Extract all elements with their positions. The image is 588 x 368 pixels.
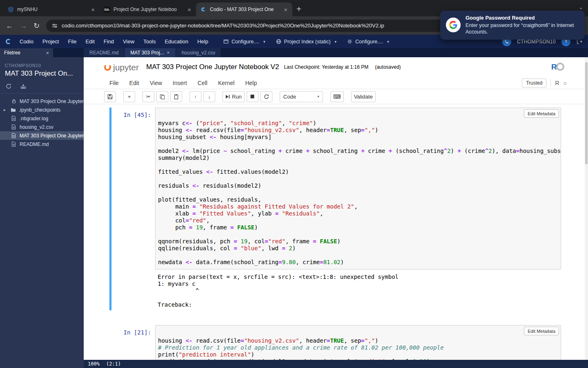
site-info-icon[interactable] (52, 23, 58, 29)
command-palette-button[interactable]: ⌨ (330, 91, 344, 102)
cut-cell-button[interactable]: ✂ (143, 91, 154, 102)
cell-toolbar: Edit Metadata (156, 108, 561, 119)
configure-left-dropdown[interactable]: Configure....▾ (223, 39, 265, 45)
project-index-dropdown[interactable]: Project Index (static)▾ (276, 39, 336, 45)
codio-menu-edit[interactable]: Edit (81, 38, 99, 45)
stop-button[interactable] (247, 91, 258, 102)
move-cell-up-button[interactable]: ↑ (189, 91, 201, 102)
file-icon (11, 141, 17, 147)
forward-icon[interactable]: → (20, 22, 27, 29)
jupyter-notebook: jupyter MAT 303 Project One Jupyter Note… (84, 57, 588, 360)
filetree-actions (0, 82, 84, 93)
refresh-icon[interactable] (6, 83, 11, 89)
cell-type-select[interactable]: Code▾ (280, 91, 323, 102)
folder-icon (11, 108, 16, 112)
codio-menu-find[interactable]: Find (99, 38, 118, 45)
filetree-item[interactable]: README.md (0, 140, 84, 148)
filetree-item-selected[interactable]: MAT 303 Project One Jupyter (0, 131, 84, 140)
codio-menu-help[interactable]: Help (193, 38, 213, 45)
status-bar: 100% (2:1) (84, 360, 588, 368)
editor-tab-housing-csv[interactable]: housing_v2.csv (176, 48, 222, 57)
divider (550, 79, 551, 87)
restart-kernel-button[interactable] (261, 91, 272, 102)
nb-menu-cell[interactable]: Cell (198, 80, 207, 86)
editor-area: README.md MAT 303 Proj... × housing_v2.c… (84, 48, 588, 360)
trusted-button[interactable]: Trusted (522, 79, 546, 88)
notebook-menu-right: Trusted R ○ (522, 79, 567, 88)
back-icon[interactable]: ← (6, 22, 13, 29)
nb-menu-insert[interactable]: Insert (173, 80, 187, 86)
codio-menu-project[interactable]: Project (38, 38, 63, 45)
new-tab-button[interactable]: + (296, 4, 301, 14)
move-cell-down-button[interactable]: ↓ (203, 91, 215, 102)
edit-metadata-button[interactable]: Edit Metadata (524, 109, 559, 118)
notebook-cells: In [45]: Edit Metadata myvars c<- ("pric… (84, 104, 588, 360)
window-icon (223, 39, 229, 44)
code-editor[interactable]: myvars c<- ("price", "school_rating", "c… (156, 119, 561, 269)
url-text: codio.com/cthompson10/mat-303-project-on… (62, 22, 384, 29)
filetree-tab[interactable]: Filetree × (0, 48, 53, 57)
notebook-header: jupyter MAT 303 Project One Jupyter Note… (84, 57, 588, 77)
browser-tab-codio[interactable]: Codio - MAT 303 Project One × (196, 2, 292, 16)
inbox-icon[interactable] (20, 83, 26, 89)
configure-right-dropdown[interactable]: Configure....▾ (347, 39, 389, 45)
codio-menu-view[interactable]: View (118, 38, 139, 45)
google-logo-icon (446, 18, 461, 32)
close-tab-icon[interactable]: × (283, 7, 288, 13)
run-button[interactable]: Run (223, 91, 245, 102)
chevron-right-icon[interactable]: ▸ (4, 108, 8, 112)
cell-content: Edit Metadata myvars c<- ("price", "scho… (155, 108, 561, 310)
lock-icon (11, 99, 17, 104)
add-cell-button[interactable]: + (123, 91, 135, 102)
reload-icon[interactable]: ↻ (33, 22, 40, 29)
chevron-down-icon[interactable]: ⌄ (579, 4, 583, 10)
notebook-toolbar: + ✂ ↑ ↓ Run (84, 89, 588, 104)
cell-input-prompt: In [21]: (109, 325, 155, 360)
codio-menu-tools[interactable]: Tools (139, 38, 160, 45)
codio-menu-education[interactable]: Education (160, 38, 193, 45)
cell-input-area[interactable]: Edit Metadata myvars c<- ("price", "scho… (155, 108, 561, 269)
screen: mySNHU × D2L Project One Jupyter Noteboo… (0, 0, 588, 368)
filetree-item[interactable]: .nbgrader.log (0, 114, 84, 123)
browser-tab-mysnhu[interactable]: mySNHU × (3, 2, 100, 16)
notebook-title[interactable]: MAT 303 Project One Jupyter Notebook V2 (146, 63, 279, 71)
scrollbar-thumb[interactable] (585, 62, 588, 164)
tab-title: Codio - MAT 303 Project One (210, 7, 280, 12)
google-password-notification[interactable]: Google Password Required Enter your pass… (440, 11, 585, 40)
close-tab-icon[interactable]: × (187, 7, 192, 13)
filetree-item[interactable]: ▸ .ipynb_checkpoints (0, 105, 84, 114)
editor-tab-readme[interactable]: README.md (84, 48, 125, 57)
copy-cell-button[interactable] (156, 91, 168, 102)
filetree-item[interactable]: housing_v2.csv (0, 123, 84, 131)
codio-logo-icon (6, 39, 11, 44)
paste-cell-button[interactable] (170, 91, 182, 102)
close-icon[interactable]: × (46, 50, 49, 56)
scrollbar[interactable] (585, 57, 588, 360)
nb-menu-kernel[interactable]: Kernel (218, 80, 234, 86)
nb-menu-file[interactable]: File (109, 80, 119, 86)
editor-tab-notebook[interactable]: MAT 303 Proj... × (125, 48, 176, 57)
code-cell[interactable]: In [45]: Edit Metadata myvars c<- ("pric… (84, 105, 588, 312)
save-button[interactable] (104, 91, 116, 102)
cursor-position: (2:1) (106, 361, 121, 367)
close-tab-icon[interactable]: × (167, 50, 170, 56)
d2l-favicon-icon: D2L (104, 6, 110, 13)
nb-menu-view[interactable]: View (150, 80, 162, 86)
close-tab-icon[interactable]: × (90, 7, 96, 13)
browser-tab-d2l[interactable]: D2L Project One Jupyter Noteboo × (100, 2, 196, 16)
kernel-name: R (555, 80, 559, 86)
filetree-panel: Filetree × CTHOMPSON10 MAT 303 Project O… (0, 48, 84, 368)
validate-button[interactable]: Validate (351, 91, 376, 102)
cell-input-area[interactable]: Edit Metadata housing <- read.csv(file="… (155, 325, 561, 360)
edit-metadata-button[interactable]: Edit Metadata (524, 327, 559, 335)
file-icon (11, 133, 17, 138)
nb-menu-edit[interactable]: Edit (129, 80, 139, 86)
filetree-item[interactable]: MAT 303 Project One Jupyter N (0, 97, 84, 105)
file-icon (11, 124, 17, 130)
kernel-idle-icon: ○ (564, 80, 567, 86)
code-editor[interactable]: housing <- read.csv(file="housing_v2.csv… (156, 336, 561, 360)
codio-menu-file[interactable]: File (63, 38, 81, 45)
nb-menu-help[interactable]: Help (245, 80, 257, 86)
codio-menu-codio[interactable]: Codio (15, 38, 38, 45)
code-cell[interactable]: In [21]: Edit Metadata housing <- read.c… (84, 323, 588, 360)
